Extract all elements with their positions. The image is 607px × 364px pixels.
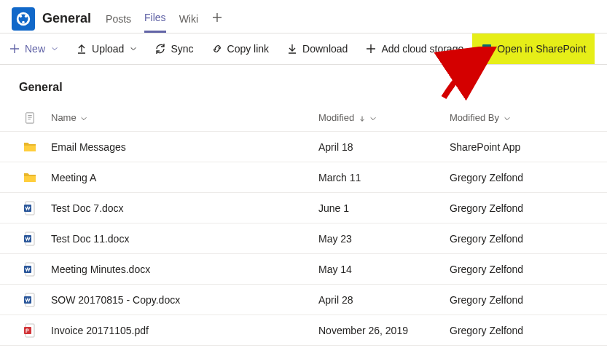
svg-point-10 bbox=[22, 20, 25, 23]
file-row[interactable]: Meeting AMarch 11Gregory Zelfond bbox=[0, 162, 607, 193]
word-icon bbox=[23, 292, 36, 308]
file-modified-by: Gregory Zelfond bbox=[450, 325, 595, 336]
name-header-label: Name bbox=[51, 112, 77, 123]
add-tab-button[interactable] bbox=[211, 12, 223, 25]
new-button[interactable]: New bbox=[0, 33, 67, 64]
download-button[interactable]: Download bbox=[278, 33, 356, 64]
new-label: New bbox=[25, 43, 45, 55]
column-headers: Name Modified Modified By bbox=[0, 104, 607, 132]
chevron-down-icon bbox=[504, 115, 511, 122]
file-modified: May 23 bbox=[318, 233, 450, 245]
channel-name: General bbox=[42, 11, 91, 26]
file-type-column-icon[interactable] bbox=[12, 112, 48, 124]
chevron-down-icon bbox=[130, 45, 137, 52]
folder-icon bbox=[23, 170, 36, 186]
file-modified-by: Gregory Zelfond bbox=[450, 202, 595, 214]
file-modified: April 28 bbox=[318, 294, 450, 306]
tab-wiki[interactable]: Wiki bbox=[179, 6, 198, 32]
file-row[interactable]: Meeting Minutes.docxMay 14Gregory Zelfon… bbox=[0, 254, 607, 285]
plus-icon bbox=[365, 43, 377, 55]
chevron-down-icon bbox=[51, 45, 58, 52]
chevron-down-icon bbox=[80, 115, 87, 122]
file-modified-by: Gregory Zelfond bbox=[450, 172, 595, 183]
add-cloud-label: Add cloud storage bbox=[381, 43, 463, 55]
sort-descending-icon bbox=[359, 115, 366, 122]
folder-icon bbox=[23, 139, 36, 155]
chevron-down-icon bbox=[369, 115, 377, 122]
modified-by-header-label: Modified By bbox=[450, 112, 499, 123]
file-name[interactable]: Email Messages bbox=[48, 141, 318, 153]
tab-posts[interactable]: Posts bbox=[106, 6, 131, 32]
modified-column-header[interactable]: Modified bbox=[318, 112, 450, 123]
file-list: Name Modified Modified By Email Messages… bbox=[0, 104, 607, 346]
sharepoint-icon bbox=[481, 43, 493, 55]
word-icon bbox=[23, 231, 36, 247]
file-name[interactable]: Test Doc 11.docx bbox=[48, 233, 318, 245]
file-name[interactable]: SOW 20170815 - Copy.docx bbox=[48, 294, 318, 306]
file-row[interactable]: SOW 20170815 - Copy.docxApril 28Gregory … bbox=[0, 285, 607, 315]
file-name[interactable]: Invoice 20171105.pdf bbox=[48, 325, 318, 336]
add-cloud-storage-button[interactable]: Add cloud storage bbox=[356, 33, 472, 64]
file-modified: May 14 bbox=[318, 264, 450, 275]
copy-link-label: Copy link bbox=[227, 43, 270, 55]
file-modified-by: Gregory Zelfond bbox=[450, 233, 595, 245]
upload-icon bbox=[76, 43, 87, 55]
file-modified: November 26, 2019 bbox=[318, 325, 450, 336]
file-modified: June 1 bbox=[318, 202, 450, 214]
file-row[interactable]: Test Doc 7.docxJune 1Gregory Zelfond bbox=[0, 193, 607, 223]
file-modified: March 11 bbox=[318, 172, 450, 183]
name-column-header[interactable]: Name bbox=[48, 112, 318, 123]
link-icon bbox=[211, 43, 223, 55]
file-modified-by: SharePoint App bbox=[450, 141, 595, 153]
file-name[interactable]: Meeting A bbox=[48, 172, 318, 183]
upload-label: Upload bbox=[92, 43, 124, 55]
file-name[interactable]: Test Doc 7.docx bbox=[48, 202, 318, 214]
breadcrumb[interactable]: General bbox=[0, 65, 607, 104]
file-modified: April 18 bbox=[318, 141, 450, 153]
file-modified-by: Gregory Zelfond bbox=[450, 294, 595, 306]
svg-point-8 bbox=[20, 15, 23, 17]
file-modified-by: Gregory Zelfond bbox=[450, 264, 595, 275]
svg-point-9 bbox=[25, 15, 28, 17]
channel-header: General Posts Files Wiki bbox=[0, 0, 607, 33]
download-label: Download bbox=[302, 43, 348, 55]
tab-files[interactable]: Files bbox=[144, 4, 166, 33]
upload-button[interactable]: Upload bbox=[67, 33, 146, 64]
copy-link-button[interactable]: Copy link bbox=[203, 33, 278, 64]
file-name[interactable]: Meeting Minutes.docx bbox=[48, 264, 318, 275]
sync-button[interactable]: Sync bbox=[146, 33, 202, 64]
files-toolbar: New Upload Sync Copy link Download Add c… bbox=[0, 33, 607, 65]
download-icon bbox=[286, 43, 298, 55]
tab-bar: Posts Files Wiki bbox=[106, 4, 223, 33]
open-in-sharepoint-button[interactable]: Open in SharePoint bbox=[472, 33, 595, 64]
document-icon bbox=[24, 112, 36, 124]
file-row[interactable]: Test Doc 11.docxMay 23Gregory Zelfond bbox=[0, 223, 607, 254]
sync-icon bbox=[154, 43, 166, 55]
modified-by-column-header[interactable]: Modified By bbox=[450, 112, 595, 123]
sync-label: Sync bbox=[171, 43, 193, 55]
file-row[interactable]: Invoice 20171105.pdfNovember 26, 2019Gre… bbox=[0, 315, 607, 346]
modified-header-label: Modified bbox=[318, 112, 354, 123]
file-row[interactable]: Email MessagesApril 18SharePoint App bbox=[0, 132, 607, 162]
open-sharepoint-label: Open in SharePoint bbox=[497, 43, 586, 55]
word-icon bbox=[23, 261, 36, 277]
pdf-icon bbox=[23, 323, 36, 339]
word-icon bbox=[23, 200, 36, 216]
team-avatar-icon bbox=[12, 7, 35, 31]
